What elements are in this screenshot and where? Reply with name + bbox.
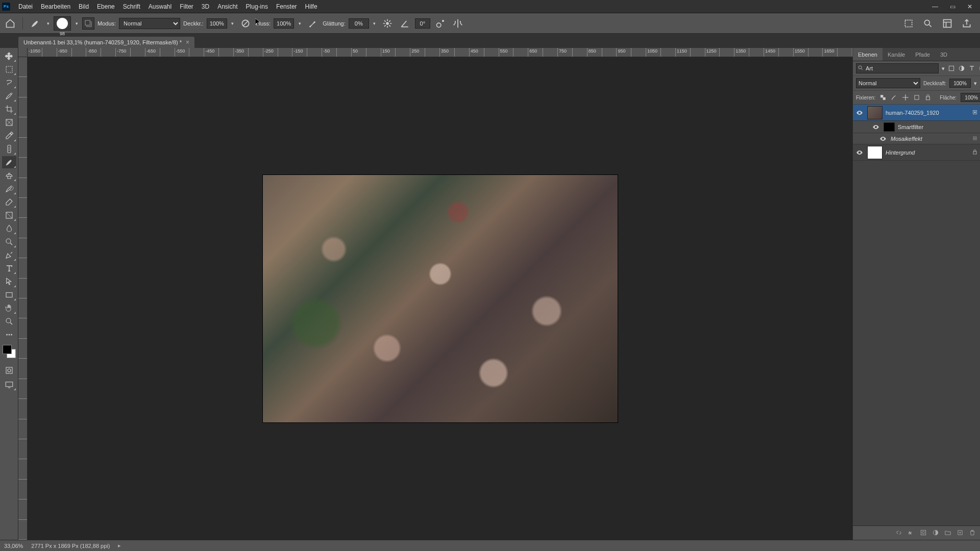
type-tool[interactable] [2, 262, 16, 274]
history-brush-tool[interactable] [2, 183, 16, 195]
menu-ansicht[interactable]: Ansicht [213, 3, 241, 10]
layer-thumbnail[interactable] [884, 122, 895, 132]
smoothing-options-button[interactable] [380, 16, 395, 31]
menu-auswahl[interactable]: Auswahl [144, 3, 176, 10]
ruler-origin[interactable] [18, 48, 28, 57]
filter-visibility-toggle[interactable] [972, 135, 978, 142]
menu-hilfe[interactable]: Hilfe [301, 3, 322, 10]
layer-row[interactable]: human-740259_1920 [853, 105, 980, 121]
menu-bild[interactable]: Bild [75, 3, 93, 10]
layer-name[interactable]: Hintergrund [886, 149, 969, 156]
quickmask-toggle[interactable] [2, 364, 16, 377]
menu-filter[interactable]: Filter [176, 3, 198, 10]
layer-row[interactable]: Hintergrund [853, 144, 980, 161]
panel-tab-3d[interactable]: 3D [935, 48, 952, 61]
opacity-dropdown[interactable]: ▾ [230, 21, 235, 26]
smoothing-input[interactable] [349, 18, 369, 29]
canvas-viewport[interactable] [28, 57, 852, 540]
panel-tab-kanäle[interactable]: Kanäle [883, 48, 910, 61]
status-flyout-icon[interactable]: ▸ [118, 542, 121, 549]
move-tool[interactable] [2, 50, 16, 62]
minimize-button[interactable]: — [927, 2, 943, 12]
rectangle-tool[interactable] [2, 289, 16, 301]
healing-tool[interactable] [2, 143, 16, 155]
layer-row[interactable]: Mosaikeffekt [853, 133, 980, 144]
close-tab-icon[interactable]: × [186, 39, 189, 46]
crop-tool[interactable] [2, 103, 16, 115]
visibility-toggle[interactable] [855, 108, 864, 117]
canvas-image[interactable] [262, 174, 618, 423]
adjustment-layer-icon[interactable] [932, 529, 939, 537]
lock-position-icon[interactable] [902, 94, 909, 101]
menu-fenster[interactable]: Fenster [272, 3, 301, 10]
panel-tab-ebenen[interactable]: Ebenen [853, 48, 883, 61]
eraser-tool[interactable] [2, 196, 16, 208]
filter-type-icon[interactable] [968, 64, 975, 73]
layer-style-icon[interactable]: fx [908, 529, 915, 537]
flow-dropdown[interactable]: ▾ [297, 21, 302, 26]
edit-toolbar-button[interactable] [2, 329, 16, 341]
flow-input[interactable] [274, 18, 294, 29]
delete-layer-icon[interactable] [969, 529, 976, 537]
layer-blend-mode[interactable]: Normal [856, 78, 920, 88]
layer-opacity-dropdown[interactable]: ▾ [974, 80, 977, 87]
lock-transparent-icon[interactable] [879, 94, 887, 101]
layer-filter-dropdown[interactable]: ▾ [942, 65, 945, 72]
angle-icon[interactable] [398, 16, 412, 31]
workspace-icon[interactable] [940, 16, 954, 31]
fill-input[interactable] [961, 93, 980, 102]
visibility-toggle[interactable] [871, 122, 880, 132]
layer-opacity-input[interactable] [949, 79, 971, 88]
menu-bearbeiten[interactable]: Bearbeiten [37, 3, 75, 10]
eyedropper-tool[interactable] [2, 130, 16, 142]
clone-stamp-tool[interactable] [2, 169, 16, 182]
zoom-tool[interactable] [2, 315, 16, 328]
new-layer-icon[interactable] [957, 529, 964, 537]
link-layers-icon[interactable] [895, 529, 902, 537]
zoom-level[interactable]: 33,06% [4, 543, 23, 549]
menu-datei[interactable]: Datei [14, 3, 37, 10]
ruler-vertical[interactable] [18, 57, 28, 540]
layer-filter-input[interactable] [856, 63, 939, 73]
lasso-tool[interactable] [2, 77, 16, 89]
select-subject-icon[interactable] [901, 16, 916, 31]
current-tool-icon[interactable] [28, 16, 42, 31]
brush-preview[interactable]: 98 [54, 16, 71, 31]
visibility-toggle[interactable] [855, 148, 864, 157]
pressure-size-toggle[interactable] [433, 16, 448, 31]
document-info[interactable]: 2771 Px x 1869 Px (182,88 ppi) [31, 543, 110, 549]
visibility-toggle[interactable] [878, 134, 888, 143]
ruler-horizontal[interactable]: -1050-950-850-750-650-550-450-350-250-15… [28, 48, 852, 57]
dodge-tool[interactable] [2, 236, 16, 248]
layer-name[interactable]: Mosaikeffekt [891, 136, 969, 142]
panel-tab-pfade[interactable]: Pfade [910, 48, 935, 61]
menu-3d[interactable]: 3D [198, 3, 213, 10]
airbrush-toggle[interactable] [305, 16, 320, 31]
maximize-button[interactable]: ▭ [944, 2, 961, 12]
angle-input[interactable] [415, 18, 430, 29]
quick-select-tool[interactable] [2, 90, 16, 102]
foreground-color[interactable] [3, 345, 12, 354]
document-tab[interactable]: Unbenannt-1 bei 33,1% (human-740259_1920… [18, 37, 194, 48]
screenmode-toggle[interactable] [2, 379, 16, 391]
menu-ebene[interactable]: Ebene [93, 3, 119, 10]
path-select-tool[interactable] [2, 276, 16, 288]
gradient-tool[interactable] [2, 209, 16, 221]
close-button[interactable]: ✕ [962, 2, 978, 12]
blend-mode-select[interactable]: Normal [119, 18, 180, 29]
filter-pixel-icon[interactable] [948, 64, 955, 73]
brush-panel-toggle[interactable] [82, 17, 94, 30]
layer-name[interactable]: Smartfilter [898, 124, 978, 130]
lock-all-icon[interactable] [924, 94, 932, 101]
home-button[interactable] [3, 16, 17, 31]
layer-row[interactable]: Smartfilter [853, 121, 980, 133]
search-icon[interactable] [921, 16, 935, 31]
brush-tool[interactable] [2, 156, 16, 168]
pen-tool[interactable] [2, 249, 16, 261]
brush-picker-dropdown[interactable]: ▾ [74, 21, 79, 26]
menu-schrift[interactable]: Schrift [119, 3, 144, 10]
menu-plug-ins[interactable]: Plug-ins [242, 3, 272, 10]
pressure-opacity-toggle[interactable] [238, 16, 253, 31]
hand-tool[interactable] [2, 302, 16, 314]
tool-preset-dropdown[interactable]: ▾ [45, 21, 51, 26]
